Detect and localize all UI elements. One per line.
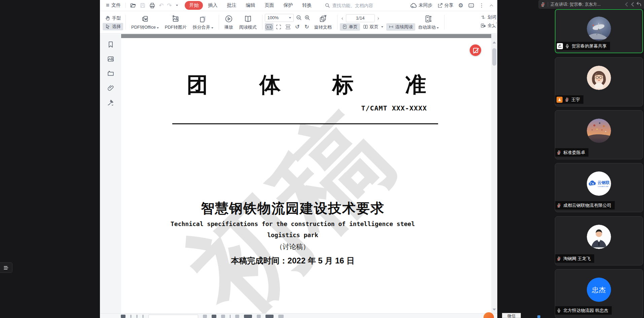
kind-char: 准 <box>405 70 426 99</box>
meeting-status-bar[interactable]: 正在讲话: 贺宗春; 京东方... <box>538 0 644 9</box>
status-icon[interactable] <box>235 315 239 318</box>
chevron-left-icon[interactable] <box>624 1 630 7</box>
return-arrow-icon[interactable] <box>636 1 642 7</box>
page-indicator-input[interactable] <box>346 14 375 22</box>
participant-tile[interactable]: 王宇 <box>555 57 643 106</box>
window-body: 初稿 团 体 标 准 T/CAMT XXX-XXXX 智慧钢铁物流园建设技术要求… <box>100 34 497 313</box>
quick-access-caret-icon[interactable] <box>176 5 178 6</box>
divider <box>126 3 126 8</box>
cursor-icon <box>105 24 110 29</box>
tab-home[interactable]: 开始 <box>185 1 203 10</box>
more-menu-icon[interactable]: ⋮ <box>479 2 484 8</box>
status-icon[interactable] <box>203 315 207 318</box>
rotate-document-button[interactable]: 旋转文档 <box>311 13 335 31</box>
status-icon[interactable] <box>265 315 274 318</box>
scroll-up-arrow-icon[interactable] <box>493 41 496 43</box>
attachments-panel-icon[interactable] <box>106 83 115 93</box>
pdf-to-office-button[interactable]: PDF转Office <box>128 13 162 31</box>
feedback-bubble-icon[interactable] <box>468 2 474 9</box>
document-area: 初稿 团 体 标 准 T/CAMT XXX-XXXX 智慧钢铁物流园建设技术要求… <box>121 34 491 313</box>
file-menu[interactable]: ≡ 文件 <box>103 2 123 9</box>
document-title-en-line2: logistics park <box>121 231 464 238</box>
muted-mic-icon <box>540 2 545 7</box>
vertical-scrollbar[interactable] <box>491 34 497 313</box>
redo-icon[interactable]: ↷ <box>167 2 172 9</box>
participant-tile[interactable]: 贺宗春的屏幕共享 <box>555 9 643 53</box>
sync-status-label: 未同步 <box>419 2 432 8</box>
participant-name: 淘钢网 王龙飞 <box>563 256 591 262</box>
print-icon[interactable] <box>149 2 155 9</box>
split-merge-button[interactable]: 拆分合并 <box>190 13 216 31</box>
taskbar-tooltip: 微信 <box>502 313 521 318</box>
scroll-down-arrow-icon[interactable] <box>493 309 496 311</box>
tab-comment[interactable]: 批注 <box>222 1 241 10</box>
status-icon[interactable] <box>257 315 261 318</box>
collapse-ribbon-icon[interactable] <box>489 3 494 8</box>
zoom-out-icon[interactable] <box>296 14 302 21</box>
ribbon-tabs: 开始 插入 批注 编辑 页面 保护 转换 <box>185 1 316 10</box>
participant-tile[interactable]: 标准委陈卓 <box>555 110 643 159</box>
avatar-hot-air-balloons <box>587 119 611 143</box>
actual-size-button[interactable]: 1:1 <box>265 23 274 31</box>
bookmarks-panel-icon[interactable] <box>106 40 115 49</box>
participant-name-label: 标准委陈卓 <box>555 148 588 157</box>
share-button[interactable]: 分享 <box>437 2 454 8</box>
undo-icon[interactable]: ↶ <box>159 2 164 9</box>
chevron-left-icon[interactable] <box>630 1 636 7</box>
pdf-page[interactable]: 初稿 团 体 标 准 T/CAMT XXX-XXXX 智慧钢铁物流园建设技术要求… <box>121 38 491 313</box>
search-box[interactable] <box>325 3 394 8</box>
next-page-icon[interactable]: › <box>376 15 381 21</box>
settings-gear-icon[interactable]: ⚙ <box>458 2 463 9</box>
play-button[interactable]: 播放 <box>221 13 236 31</box>
participant-tile[interactable]: 云钢联 YUNGANGLIAN 成都云钢联物流有限公司 <box>555 163 643 212</box>
tab-convert[interactable]: 转换 <box>298 1 316 10</box>
status-icon[interactable] <box>244 315 252 318</box>
images-panel-icon[interactable] <box>106 54 115 64</box>
participant-name-label: 北方恒达物流园 韩忠杰 <box>555 306 612 315</box>
fit-width-icon[interactable] <box>284 23 292 31</box>
hand-tool-button[interactable]: 手型 <box>103 14 123 22</box>
participant-name: 成都云钢联物流有限公司 <box>563 202 611 209</box>
status-icon[interactable] <box>221 315 225 318</box>
status-icon[interactable] <box>212 315 216 318</box>
hamburger-icon: ≡ <box>106 2 109 9</box>
single-page-button[interactable]: 单页 <box>340 23 360 31</box>
split-merge-label: 拆分合并 <box>193 25 210 30</box>
auto-scroll-button[interactable]: 自动滚动 <box>415 13 442 31</box>
comments-panel-icon[interactable] <box>106 69 115 78</box>
open-folder-icon[interactable] <box>130 2 136 9</box>
sync-status[interactable]: 未同步 <box>410 2 432 9</box>
double-page-button[interactable]: 双页 <box>361 23 386 31</box>
toolbar-overflow-button[interactable]: › <box>494 19 497 26</box>
status-thumbnail-icon[interactable] <box>121 315 126 318</box>
tab-edit[interactable]: 编辑 <box>241 1 259 10</box>
continuous-read-button[interactable]: 连续阅读 <box>386 23 415 31</box>
participant-tile[interactable]: 淘钢网 王龙飞 <box>555 216 643 265</box>
muted-mic-icon <box>557 256 561 261</box>
select-tool-button[interactable]: 选择 <box>103 23 123 30</box>
zoom-in-icon[interactable] <box>304 14 311 21</box>
search-input[interactable] <box>332 3 389 8</box>
tab-insert[interactable]: 插入 <box>204 1 222 10</box>
taskbar-icon-fragment <box>537 315 540 318</box>
participant-tile[interactable]: 忠杰 北方恒达物流园 韩忠杰 <box>555 269 643 318</box>
tab-protect[interactable]: 保护 <box>279 1 297 10</box>
tab-page[interactable]: 页面 <box>260 1 278 10</box>
zoom-level-select[interactable]: 100% <box>265 14 294 22</box>
rotate-cw-icon[interactable]: ↻ <box>302 23 311 31</box>
signature-panel-icon[interactable] <box>106 98 115 107</box>
list-icon <box>3 264 9 271</box>
rotate-ccw-icon[interactable]: ↺ <box>293 23 302 31</box>
status-icon[interactable] <box>278 315 284 318</box>
desktop-panel-toggle[interactable] <box>0 262 12 273</box>
wps-pdf-window: ≡ 文件 ↶ ↷ 开始 插入 批注 编辑 页面 保护 转换 <box>100 0 497 318</box>
fit-page-icon[interactable] <box>274 23 283 31</box>
scrollbar-thumb[interactable] <box>492 48 496 66</box>
double-page-label: 双页 <box>370 24 379 30</box>
status-search-field[interactable] <box>148 315 198 318</box>
prev-page-icon[interactable]: ‹ <box>340 15 345 21</box>
save-icon[interactable] <box>140 2 146 8</box>
one-to-one-label: 1:1 <box>266 25 272 29</box>
read-mode-button[interactable]: 阅读模式 <box>236 13 260 31</box>
pdf-to-image-button[interactable]: PDF转图片 <box>162 13 190 31</box>
